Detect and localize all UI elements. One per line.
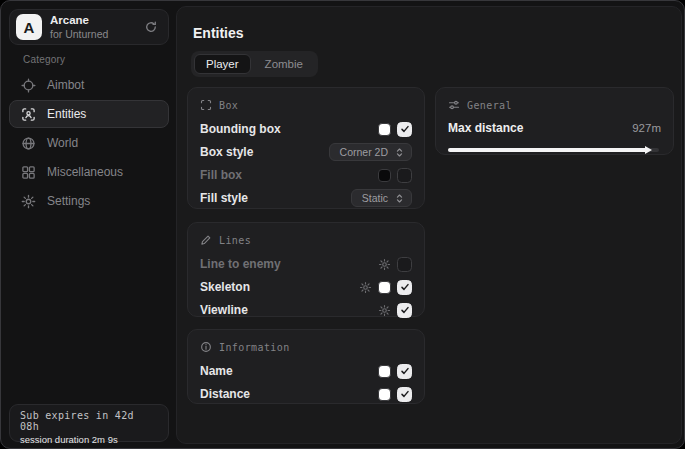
row-settings-gear-icon[interactable] xyxy=(359,281,372,294)
sub-expiry-text: Sub expires in 42d 08h xyxy=(20,410,158,432)
slider-handle[interactable] xyxy=(645,146,652,154)
sidebar-item-label: World xyxy=(47,136,78,150)
box-section-header: Box xyxy=(200,99,412,111)
setting-row-distance: Distance xyxy=(200,383,412,405)
checkbox[interactable] xyxy=(397,303,412,318)
lines-section-title: Lines xyxy=(219,235,251,246)
chevron-up-down-icon xyxy=(394,193,405,204)
lines-section-header: Lines xyxy=(200,234,412,246)
setting-label: Fill box xyxy=(200,168,378,182)
sidebar-item-label: Entities xyxy=(47,107,86,121)
sidebar-item-settings[interactable]: Settings xyxy=(9,187,169,215)
sidebar-item-miscellaneous[interactable]: Miscellaneous xyxy=(9,158,169,186)
setting-label: Skeleton xyxy=(200,280,359,294)
setting-label: Fill style xyxy=(200,191,351,205)
page-title: Entities xyxy=(193,25,244,41)
sidebar-nav: Aimbot Entities World xyxy=(9,71,169,216)
setting-label: Distance xyxy=(200,387,378,401)
checkbox[interactable] xyxy=(397,364,412,379)
color-swatch[interactable] xyxy=(378,388,391,401)
category-label: Category xyxy=(23,54,65,65)
row-settings-gear-icon[interactable] xyxy=(378,258,391,271)
color-swatch[interactable] xyxy=(378,123,391,136)
information-section: Information Name Distance xyxy=(187,329,425,404)
general-section-header: General xyxy=(448,99,661,111)
sidebar-item-label: Miscellaneous xyxy=(47,165,123,179)
pencil-line-icon xyxy=(200,234,212,246)
color-swatch[interactable] xyxy=(378,281,391,294)
scan-person-icon xyxy=(21,107,36,122)
setting-row-skeleton: Skeleton xyxy=(200,276,412,298)
setting-row-fill-style: Fill style Static xyxy=(200,187,412,209)
box-style-dropdown[interactable]: Corner 2D xyxy=(329,143,412,161)
tab-zombie[interactable]: Zombie xyxy=(253,54,315,74)
setting-row-viewline: Viewline xyxy=(200,299,412,321)
checkbox[interactable] xyxy=(397,168,412,183)
max-distance-slider[interactable] xyxy=(448,146,661,154)
checkbox[interactable] xyxy=(397,122,412,137)
sidebar-item-label: Aimbot xyxy=(47,78,84,92)
fill-style-dropdown[interactable]: Static xyxy=(351,189,412,207)
setting-label: Max distance xyxy=(448,121,632,135)
checkbox[interactable] xyxy=(397,280,412,295)
max-distance-value: 927m xyxy=(632,122,661,134)
app-window: A Arcane for Unturned Category Aimbot xyxy=(0,0,685,449)
setting-row-bounding-box: Bounding box xyxy=(200,118,412,140)
setting-row-line-to-enemy: Line to enemy xyxy=(200,253,412,275)
setting-label: Viewline xyxy=(200,303,378,317)
lines-section: Lines Line to enemy Skeleton xyxy=(187,222,425,317)
setting-row-box-style: Box style Corner 2D xyxy=(200,141,412,163)
dropdown-value: Static xyxy=(362,192,388,204)
general-section: General Max distance 927m xyxy=(435,87,674,155)
crosshair-icon xyxy=(21,78,36,93)
sidebar: A Arcane for Unturned Category Aimbot xyxy=(1,1,176,448)
sidebar-item-label: Settings xyxy=(47,194,90,208)
app-logo: A xyxy=(16,14,42,40)
globe-icon xyxy=(21,136,36,151)
sidebar-item-world[interactable]: World xyxy=(9,129,169,157)
grid-icon xyxy=(21,165,36,180)
app-title: Arcane xyxy=(50,14,136,27)
checkbox[interactable] xyxy=(397,257,412,272)
app-title-block: Arcane for Unturned xyxy=(50,14,136,39)
box-section: Box Bounding box Box style Corner 2D xyxy=(187,87,425,209)
setting-label: Box style xyxy=(200,145,329,159)
info-icon xyxy=(200,341,212,353)
color-swatch[interactable] xyxy=(378,365,391,378)
setting-row-max-distance: Max distance 927m xyxy=(448,118,661,138)
sliders-icon xyxy=(448,99,460,111)
row-settings-gear-icon[interactable] xyxy=(378,304,391,317)
chevron-up-down-icon xyxy=(394,147,405,158)
tab-player[interactable]: Player xyxy=(194,54,251,74)
box-brackets-icon xyxy=(200,99,212,111)
sync-icon[interactable] xyxy=(144,20,158,34)
sidebar-header: A Arcane for Unturned xyxy=(9,9,169,45)
color-swatch[interactable] xyxy=(378,169,391,182)
entity-tabs: Player Zombie xyxy=(191,51,318,77)
slider-fill xyxy=(448,148,646,152)
setting-label: Line to enemy xyxy=(200,257,378,271)
sidebar-item-aimbot[interactable]: Aimbot xyxy=(9,71,169,99)
sidebar-item-entities[interactable]: Entities xyxy=(9,100,169,128)
app-subtitle: for Unturned xyxy=(50,28,136,40)
information-section-header: Information xyxy=(200,341,412,353)
dropdown-value: Corner 2D xyxy=(340,146,388,158)
information-section-title: Information xyxy=(219,342,290,353)
box-section-title: Box xyxy=(219,100,238,111)
checkbox[interactable] xyxy=(397,387,412,402)
session-duration-text: session duration 2m 9s xyxy=(20,434,158,445)
main-panel: Entities Player Zombie Box Bounding box xyxy=(176,6,682,444)
setting-label: Name xyxy=(200,364,378,378)
setting-row-fill-box: Fill box xyxy=(200,164,412,186)
setting-label: Bounding box xyxy=(200,122,378,136)
general-section-title: General xyxy=(467,100,512,111)
gear-icon xyxy=(21,194,36,209)
subscription-info: Sub expires in 42d 08h session duration … xyxy=(9,404,169,442)
setting-row-name: Name xyxy=(200,360,412,382)
